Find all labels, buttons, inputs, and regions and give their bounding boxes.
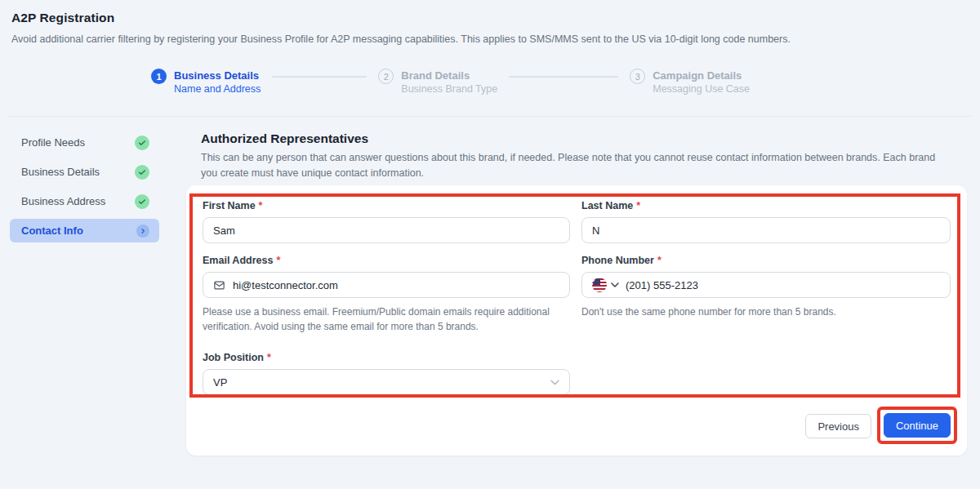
page-title: A2P Registration [11,11,975,25]
step-business-details[interactable]: 1 Business Details Name and Address [151,69,261,95]
first-name-label: First Name* [203,200,570,212]
step-campaign-details[interactable]: 3 Campaign Details Messaging Use Case [630,69,750,95]
previous-button[interactable]: Previous [805,414,871,438]
step-3-circle: 3 [630,69,645,84]
page-subtitle: Avoid additional carrier filtering by re… [11,33,975,45]
continue-button[interactable]: Continue [884,413,951,438]
last-name-label: Last Name* [581,200,951,212]
required-asterisk: * [636,200,640,211]
form-footer: Previous Continue [805,407,957,444]
us-flag-icon [592,278,607,292]
first-name-input[interactable] [213,224,559,237]
step-1-sublabel: Name and Address [174,83,261,95]
phone-field-group: Phone Number* Don't use the same phone n… [581,255,951,334]
page-header: A2P Registration Avoid additional carrie… [11,11,975,45]
sidebar-item-label: Profile Needs [21,136,85,149]
step-brand-details[interactable]: 2 Brand Details Business Brand Type [378,69,497,95]
phone-helper-text: Don't use the same phone number for more… [581,305,951,319]
first-name-input-wrap [203,217,570,243]
sidebar-item-profile-needs[interactable]: Profile Needs [10,131,159,154]
email-label-text: Email Address [203,255,273,266]
required-asterisk: * [267,352,271,363]
authorized-representative-form: First Name* Last Name* Email Address* [203,200,951,407]
email-helper-text: Please use a business email. Freemium/Pu… [203,305,562,334]
form-steps-sidebar: Profile Needs Business Details Business … [10,131,159,248]
required-asterisk: * [657,255,662,266]
phone-input[interactable] [626,279,940,291]
step-1-circle: 1 [151,69,167,84]
email-input[interactable] [233,279,559,291]
last-name-input[interactable] [592,224,940,237]
first-name-label-text: First Name [203,200,256,211]
step-3-label: Campaign Details [653,69,750,82]
annotation-box-continue: Continue [877,407,957,444]
sidebar-item-label: Business Address [21,195,105,207]
last-name-field-group: Last Name* [581,200,951,243]
required-asterisk: * [276,255,280,266]
header-divider [8,116,972,117]
chevron-down-icon [550,380,559,385]
section-heading: Authorized Representatives [201,131,368,146]
phone-country-selector[interactable] [592,278,619,292]
chevron-right-icon [136,224,149,238]
email-label: Email Address* [203,255,570,267]
a2p-registration-page: A2P Registration Avoid additional carrie… [0,0,980,489]
email-input-wrap [203,272,570,298]
registration-stepper: 1 Business Details Name and Address 2 Br… [151,69,750,95]
step-connector [509,76,618,78]
job-position-label-text: Job Position [203,352,264,363]
step-2-sublabel: Business Brand Type [401,83,497,95]
check-circle-icon [135,194,149,209]
last-name-label-text: Last Name [581,200,633,211]
check-circle-icon [135,165,149,180]
required-asterisk: * [259,200,263,211]
step-1-label: Business Details [174,69,261,82]
phone-label-text: Phone Number [581,255,654,266]
job-position-select[interactable]: VP [203,369,570,395]
first-name-field-group: First Name* [203,200,570,243]
email-field-group: Email Address* Please use a business ema… [203,255,570,334]
chevron-down-icon [611,282,619,287]
sidebar-item-business-details[interactable]: Business Details [10,160,159,184]
phone-input-wrap [581,272,951,298]
job-position-value: VP [213,376,227,389]
job-position-label: Job Position* [203,352,570,364]
phone-label: Phone Number* [581,255,951,267]
sidebar-item-label: Contact Info [21,224,83,237]
step-2-label: Brand Details [401,69,497,82]
step-connector [272,76,367,78]
last-name-input-wrap [581,217,951,243]
check-circle-icon [135,136,149,150]
job-position-field-group: Job Position* VP [203,352,570,395]
sidebar-item-contact-info[interactable]: Contact Info [10,219,159,242]
section-description: This can be any person that can answer q… [201,150,949,182]
envelope-icon [213,279,225,291]
step-2-circle: 2 [378,69,394,84]
step-3-sublabel: Messaging Use Case [653,83,750,95]
sidebar-item-business-address[interactable]: Business Address [10,189,159,213]
sidebar-item-label: Business Details [21,166,100,178]
